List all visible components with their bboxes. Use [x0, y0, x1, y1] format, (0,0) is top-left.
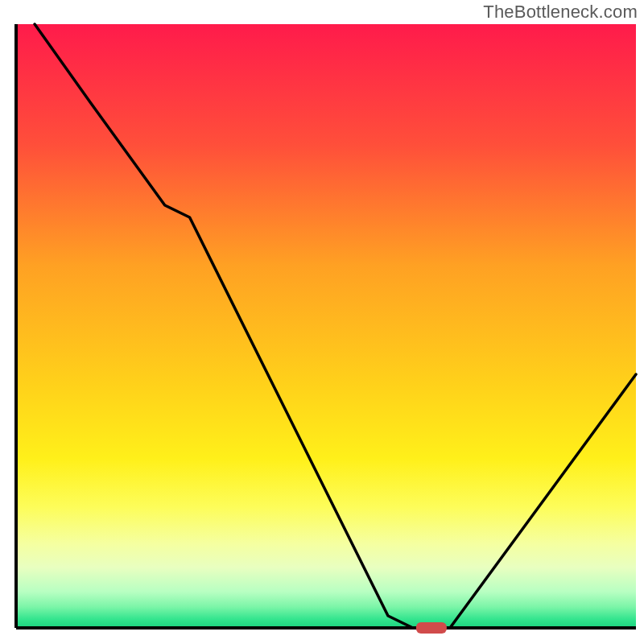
watermark-text: TheBottleneck.com [483, 2, 638, 23]
plot-background [16, 24, 636, 628]
chart-svg [0, 0, 644, 644]
optimum-marker [416, 622, 447, 634]
bottleneck-chart: TheBottleneck.com [0, 0, 644, 644]
